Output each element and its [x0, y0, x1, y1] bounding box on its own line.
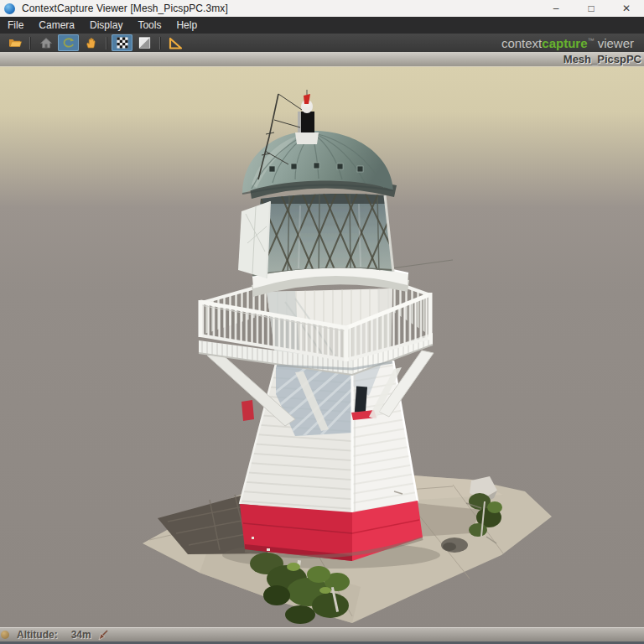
orbit-rotate-icon [61, 36, 76, 49]
window-title: ContextCapture Viewer [Mesh_PicspPC.3mx] [22, 3, 228, 14]
menu-item-file[interactable]: File [0, 17, 31, 34]
window-controls: – □ ✕ [538, 0, 644, 17]
status-bar: Altitude: 34m [0, 627, 644, 641]
toolbar-separator [106, 37, 107, 49]
texture-mode-button[interactable] [112, 34, 132, 51]
maximize-button[interactable]: □ [574, 0, 609, 17]
shading-square-icon [138, 36, 153, 49]
texture-checker-icon [115, 36, 130, 49]
model-name-label: Mesh_PicspPC [564, 53, 641, 65]
toolbar: contextcapture™ viewer [0, 34, 644, 52]
app-icon [4, 3, 15, 14]
pan-hand-icon [84, 36, 99, 49]
toolbar-separator [159, 37, 161, 49]
altitude-label: Altitude: [17, 629, 58, 641]
status-dot-icon [1, 631, 9, 639]
shading-mode-button[interactable] [134, 34, 155, 51]
measure-button[interactable] [165, 34, 186, 51]
menu-item-display[interactable]: Display [82, 17, 130, 34]
altitude-value: 34m [71, 629, 91, 641]
menu-item-help[interactable]: Help [169, 17, 205, 34]
lantern-room-glass [238, 192, 396, 278]
viewport-3d[interactable] [0, 67, 644, 627]
measure-set-square-icon [168, 36, 184, 50]
contextcapture-branding: contextcapture™ viewer [501, 36, 644, 50]
home-view-button[interactable] [35, 34, 56, 51]
orbit-rotate-button[interactable] [58, 34, 79, 51]
open-folder-icon [8, 36, 23, 49]
minimize-button[interactable]: – [538, 0, 574, 17]
pan-button[interactable] [80, 34, 101, 51]
menu-item-tools[interactable]: Tools [130, 17, 169, 34]
open-file-button[interactable] [4, 34, 25, 51]
toolbar-separator [29, 37, 31, 49]
close-button[interactable]: ✕ [609, 0, 644, 17]
title-bar: ContextCapture Viewer [Mesh_PicspPC.3mx]… [0, 0, 644, 17]
cursor-pointer-icon [98, 630, 109, 641]
home-icon [39, 36, 54, 49]
menu-bar: File Camera Display Tools Help [0, 17, 644, 34]
brand-capture: capture [542, 36, 587, 50]
menu-item-camera[interactable]: Camera [31, 17, 82, 34]
brand-viewer: viewer [594, 36, 634, 50]
brand-context: context [501, 36, 542, 50]
model-name-bar: Mesh_PicspPC [0, 52, 644, 67]
